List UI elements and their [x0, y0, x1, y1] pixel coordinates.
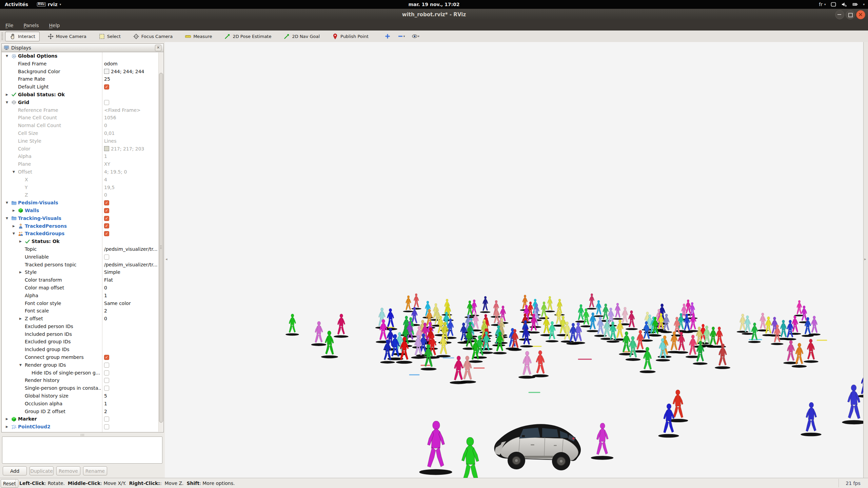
- expand-arrow-icon[interactable]: ▶: [19, 315, 22, 323]
- value-text[interactable]: Same color: [104, 300, 131, 307]
- expand-arrow-icon[interactable]: ▼: [13, 230, 15, 238]
- tree-row[interactable]: ▶TrackedPersons✓: [2, 222, 163, 230]
- menu-help[interactable]: Help: [49, 23, 60, 28]
- battery-icon[interactable]: [852, 1, 858, 7]
- tree-scrollbar[interactable]: [158, 53, 163, 432]
- visibility-checkbox[interactable]: [104, 100, 109, 105]
- tree-row[interactable]: ▶Status: Ok: [2, 238, 163, 245]
- value-text[interactable]: Lines: [104, 137, 116, 145]
- tree-row[interactable]: Background Color244; 244; 244: [2, 68, 163, 76]
- tree-row[interactable]: Color map offset0: [2, 284, 163, 292]
- tree-row[interactable]: Fixed Frameodom: [2, 60, 163, 68]
- panel-close-icon[interactable]: ✕: [155, 45, 161, 51]
- value-text[interactable]: 1: [104, 292, 107, 300]
- maximize-button[interactable]: [846, 10, 855, 19]
- property-value[interactable]: <Fixed Frame>: [104, 106, 158, 114]
- tree-row[interactable]: Global history size5: [2, 392, 163, 400]
- tree-row[interactable]: ▶StyleSimple: [2, 268, 163, 276]
- window-title-bar[interactable]: with_robot.rviz* - RViz: [0, 9, 868, 21]
- tree-row[interactable]: Y19,5: [2, 184, 163, 191]
- property-value[interactable]: XY: [104, 160, 158, 168]
- property-value[interactable]: 0: [104, 191, 158, 199]
- visibility-checkbox[interactable]: [104, 416, 109, 422]
- scrollbar-thumb[interactable]: [159, 73, 163, 423]
- expand-arrow-icon[interactable]: ▼: [19, 361, 22, 369]
- property-value[interactable]: odom: [104, 60, 158, 68]
- duplicate-button[interactable]: Duplicate: [29, 466, 54, 475]
- volume-muted-icon[interactable]: [841, 1, 847, 7]
- tree-row[interactable]: Hide IDs of single-person g...: [2, 369, 163, 377]
- tree-row[interactable]: Cell Size0,01: [2, 129, 163, 137]
- property-value[interactable]: ✓: [104, 207, 158, 215]
- property-value[interactable]: Simple: [104, 268, 158, 276]
- panel-collapse-arrow-icon[interactable]: ◂: [165, 257, 167, 261]
- property-value[interactable]: 1: [104, 400, 158, 408]
- property-value[interactable]: 19,5: [104, 184, 158, 191]
- tree-row[interactable]: Included person IDs: [2, 330, 163, 338]
- value-text[interactable]: 1: [104, 152, 107, 160]
- tree-row[interactable]: Single-person groups in consta...: [2, 384, 163, 392]
- property-value[interactable]: [104, 361, 158, 369]
- value-text[interactable]: 19,5: [104, 184, 115, 191]
- visibility-checkbox[interactable]: [104, 386, 109, 391]
- interact-tool-button[interactable]: Interact: [5, 32, 40, 41]
- value-text[interactable]: 4: [104, 176, 107, 184]
- value-text[interactable]: 0: [104, 122, 107, 129]
- property-value[interactable]: 5: [104, 392, 158, 400]
- value-text[interactable]: 2: [104, 307, 107, 315]
- property-value[interactable]: 244; 244; 244: [104, 68, 158, 76]
- value-text[interactable]: 1056: [104, 114, 116, 122]
- value-text[interactable]: 0: [104, 284, 107, 292]
- value-text[interactable]: XY: [104, 160, 110, 168]
- tree-row[interactable]: Frame Rate25: [2, 75, 163, 83]
- tree-row[interactable]: ▼Grid: [2, 99, 163, 106]
- property-value[interactable]: [104, 415, 158, 423]
- panel-expand-arrow-icon[interactable]: ▸: [864, 257, 866, 261]
- value-text[interactable]: Flat: [104, 276, 113, 284]
- property-value[interactable]: 2: [104, 408, 158, 415]
- remove-button[interactable]: Remove: [56, 466, 80, 475]
- property-value[interactable]: Flat: [104, 276, 158, 284]
- visibility-checkbox[interactable]: [104, 255, 109, 260]
- value-text[interactable]: 5: [104, 392, 107, 400]
- minimize-button[interactable]: [835, 10, 844, 19]
- property-value[interactable]: ✓: [104, 83, 158, 91]
- menu-file[interactable]: File: [5, 23, 13, 28]
- value-text[interactable]: Simple: [104, 268, 120, 276]
- select-tool-button[interactable]: Select: [94, 32, 125, 41]
- tree-row[interactable]: Line StyleLines: [2, 137, 163, 145]
- property-value[interactable]: [104, 423, 158, 431]
- expand-arrow-icon[interactable]: ▶: [6, 415, 8, 423]
- expand-arrow-icon[interactable]: ▶: [19, 238, 22, 245]
- property-value[interactable]: 0: [104, 315, 158, 323]
- screen-icon[interactable]: [830, 1, 836, 7]
- property-value[interactable]: 0: [104, 284, 158, 292]
- tree-row[interactable]: Plane Cell Count1056: [2, 114, 163, 122]
- property-value[interactable]: 4; 19.5; 0: [104, 168, 158, 176]
- tree-row[interactable]: ▶Marker: [2, 415, 163, 423]
- expand-arrow-icon[interactable]: ▶: [19, 268, 22, 276]
- property-value[interactable]: [104, 99, 158, 106]
- property-value[interactable]: [104, 384, 158, 392]
- keyboard-layout-indicator[interactable]: fr ▾: [819, 2, 826, 7]
- property-value[interactable]: 25: [104, 75, 158, 83]
- tree-row[interactable]: ▶Z offset0: [2, 315, 163, 323]
- value-text[interactable]: 244; 244; 244: [111, 68, 144, 76]
- tree-row[interactable]: Occlusion alpha1: [2, 400, 163, 408]
- property-value[interactable]: ✓: [104, 215, 158, 222]
- menu-panels[interactable]: Panels: [23, 23, 39, 28]
- tree-row[interactable]: Included group IDs: [2, 346, 163, 353]
- right-dock-strip[interactable]: ▸: [863, 42, 868, 478]
- zoom-in-button[interactable]: [382, 33, 393, 40]
- property-value[interactable]: 2: [104, 307, 158, 315]
- focus-camera-tool-button[interactable]: Focus Camera: [129, 32, 177, 41]
- property-value[interactable]: Same color: [104, 300, 158, 307]
- value-text[interactable]: 1: [104, 400, 107, 408]
- visibility-checkbox[interactable]: ✓: [104, 84, 109, 89]
- property-value[interactable]: /pedsim_visualizer/tr...: [104, 245, 158, 253]
- property-value[interactable]: ✓: [104, 353, 158, 361]
- move-camera-tool-button[interactable]: Move Camera: [43, 32, 91, 41]
- value-text[interactable]: /pedsim_visualizer/tr...: [104, 245, 157, 253]
- activities-button[interactable]: Activités: [5, 2, 28, 7]
- value-text[interactable]: 0: [104, 191, 107, 199]
